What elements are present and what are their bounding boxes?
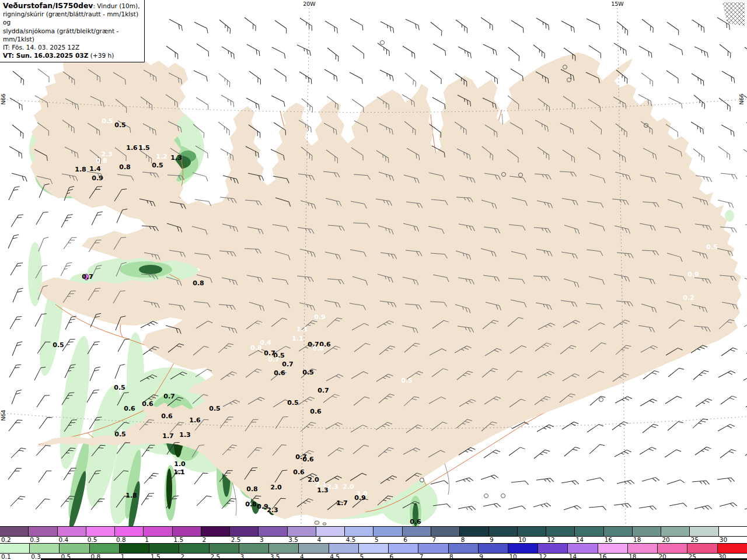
colorbar-segment bbox=[229, 527, 258, 536]
colorbar-tick-label: 2.5 bbox=[230, 537, 241, 543]
colorbar-segment bbox=[201, 527, 229, 536]
precip-value-label: 0.6 bbox=[410, 518, 421, 526]
colorbar-tick-label: 0.3 bbox=[29, 537, 40, 543]
colorbar-segment bbox=[488, 527, 517, 536]
colorbar-segment bbox=[718, 527, 747, 536]
precip-value-label: 1.6 bbox=[189, 416, 201, 424]
precip-value-label: 0.6 bbox=[274, 369, 285, 377]
colorbar-tick-label: 2 bbox=[201, 537, 207, 543]
colorbar-segment bbox=[316, 527, 344, 536]
precip-value-label: 0.5 bbox=[114, 121, 126, 129]
precip-value-label: 1.7 bbox=[162, 432, 174, 440]
colorbar-segment bbox=[143, 527, 172, 536]
precip-value-label: 1.0 bbox=[174, 460, 186, 468]
colorbar-tick-label: 1.5 bbox=[172, 537, 183, 543]
precip-value-label: 2.0 bbox=[343, 483, 354, 491]
precip-value-label: 0.5 bbox=[114, 430, 126, 438]
precip-value-label: 0.6 bbox=[310, 408, 322, 415]
colorbar-tick-label: 30 bbox=[718, 537, 727, 543]
colorbar-segment bbox=[567, 544, 597, 553]
colorbar-segment bbox=[657, 544, 687, 553]
colorbar-tick-label: 9 bbox=[488, 537, 494, 543]
precip-value-label: 0.8 bbox=[96, 157, 107, 164]
colorbar-tick-label: 6 bbox=[402, 537, 407, 543]
precip-value-label: 1.1 bbox=[292, 335, 303, 342]
precip-value-label: 1.6 bbox=[126, 144, 138, 152]
colorbar-segment bbox=[373, 527, 402, 536]
colorbar-tick-label: 4.5 bbox=[345, 537, 356, 543]
precip-value-label: 0.8 bbox=[245, 501, 257, 508]
colorbar-segment bbox=[119, 544, 149, 553]
colorbar-segment bbox=[0, 544, 29, 553]
colorbar-segment bbox=[388, 544, 418, 553]
title-line-5: VT: Sun. 16.03.2025 03Z (+39 h) bbox=[3, 51, 141, 60]
precip-value-label: 0.5 bbox=[152, 162, 163, 169]
precip-value-label: 1.3 bbox=[179, 431, 191, 439]
colorbar-tick-label: 3.5 bbox=[287, 537, 298, 543]
colorbar-segment bbox=[431, 527, 459, 536]
colorbar-segment bbox=[172, 527, 201, 536]
precip-value-label: 0.5 bbox=[401, 377, 413, 384]
colorbar-tick-label: 0.4 bbox=[57, 537, 68, 543]
colorbar-tick-label: 7 bbox=[431, 537, 436, 543]
colorbar-segment bbox=[344, 527, 373, 536]
graticule-label: N64 bbox=[0, 410, 6, 421]
precip-value-label: 0.6 bbox=[293, 468, 305, 476]
precip-value-label: 0.7 bbox=[268, 356, 280, 363]
colorbar-segment bbox=[537, 544, 567, 553]
precip-value-label: 0.8 bbox=[250, 344, 262, 352]
colorbar-rain bbox=[0, 543, 747, 554]
colorbar-tick-label: 4 bbox=[316, 537, 322, 543]
colorbar-sleet-snow-labels: 0.20.30.40.50.811.522.533.544.5567891012… bbox=[0, 537, 747, 543]
colorbar-segment bbox=[287, 527, 316, 536]
colorbar-tick-label: 14 bbox=[575, 537, 584, 543]
precip-value-label: 1.7 bbox=[336, 499, 348, 507]
colorbar-tick-label: 20 bbox=[661, 537, 669, 543]
colorbar-tick-label: 12 bbox=[546, 537, 554, 543]
colorbar-segment bbox=[448, 544, 478, 553]
title-line-4: IT: Fös. 14. 03. 2025 12Z bbox=[3, 43, 141, 51]
graticule-label: 15W bbox=[611, 1, 624, 7]
precip-value-label: 0.5 bbox=[302, 369, 314, 376]
precip-value-label: 0.6 bbox=[302, 456, 314, 463]
precip-value-label: 0.7 bbox=[163, 393, 175, 400]
colorbar-tick-label: 0.8 bbox=[115, 537, 126, 543]
colorbar-tick-label: 16 bbox=[603, 537, 612, 543]
colorbar-segment bbox=[28, 527, 57, 536]
colorbar-segment bbox=[59, 544, 89, 553]
colorbar-segment bbox=[632, 527, 661, 536]
colorbar-segment bbox=[546, 527, 574, 536]
colorbar-segment bbox=[603, 527, 632, 536]
title-line-1: Veðurstofan/IS750dev: Vindur (10m), bbox=[3, 2, 141, 10]
graticule-label: 20W bbox=[303, 1, 316, 7]
colorbar-tick-label: 0.3 bbox=[30, 554, 41, 560]
weather-map: 0.50.51.52.31.61.50.80.81.81.40.91.20.51… bbox=[0, 0, 747, 526]
precip-value-label: 0.8 bbox=[193, 279, 204, 287]
precip-value-label: 0.5 bbox=[102, 117, 113, 125]
colorbar-tick-label: 0.5 bbox=[86, 537, 97, 543]
colorbar-segment bbox=[239, 544, 268, 553]
graticule-label: N66 bbox=[738, 93, 745, 104]
title-line-2: rigning/skúrir (grænt/blátt/rautt - mm/1… bbox=[3, 10, 141, 26]
precip-value-label: 0.7 bbox=[317, 387, 329, 394]
colorbar-segment bbox=[517, 527, 546, 536]
precip-value-label: 2.0 bbox=[270, 484, 282, 491]
colorbar-tick-label: 8 bbox=[460, 537, 465, 543]
colorbar-segment bbox=[687, 544, 717, 553]
colorbar-segment bbox=[179, 544, 208, 553]
precip-value-label: 1.1 bbox=[173, 468, 185, 476]
colorbar-segment bbox=[298, 544, 328, 553]
colorbar-segment bbox=[89, 544, 119, 553]
colorbar-segment bbox=[0, 527, 28, 536]
precip-value-label: 0.5 bbox=[287, 399, 299, 407]
colorbar-segment bbox=[598, 544, 627, 553]
colorbar-segment bbox=[402, 527, 431, 536]
title-box: Veðurstofan/IS750dev: Vindur (10m), rign… bbox=[0, 0, 145, 62]
colorbar-segment bbox=[29, 544, 59, 553]
colorbar-segment bbox=[689, 527, 718, 536]
graticule-label: N66 bbox=[0, 93, 6, 104]
precip-value-label: 0.9 bbox=[354, 494, 366, 502]
colorbar-segment bbox=[209, 544, 239, 553]
colorbar-segment bbox=[114, 527, 143, 536]
colorbar-tick-label: 10 bbox=[517, 537, 526, 543]
